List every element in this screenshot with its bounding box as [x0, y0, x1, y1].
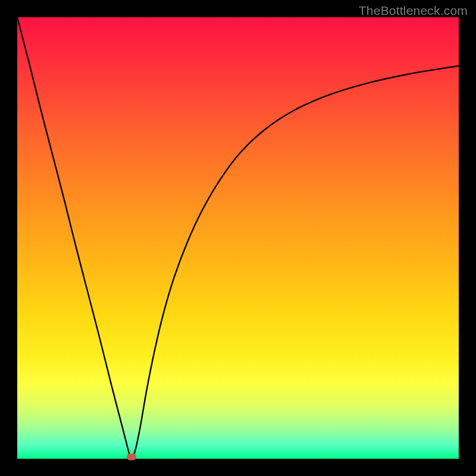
bottleneck-curve	[17, 17, 459, 459]
minimum-marker	[127, 454, 136, 461]
chart-frame: TheBottleneck.com	[0, 0, 476, 476]
watermark-text: TheBottleneck.com	[359, 4, 468, 18]
plot-area	[17, 17, 459, 459]
